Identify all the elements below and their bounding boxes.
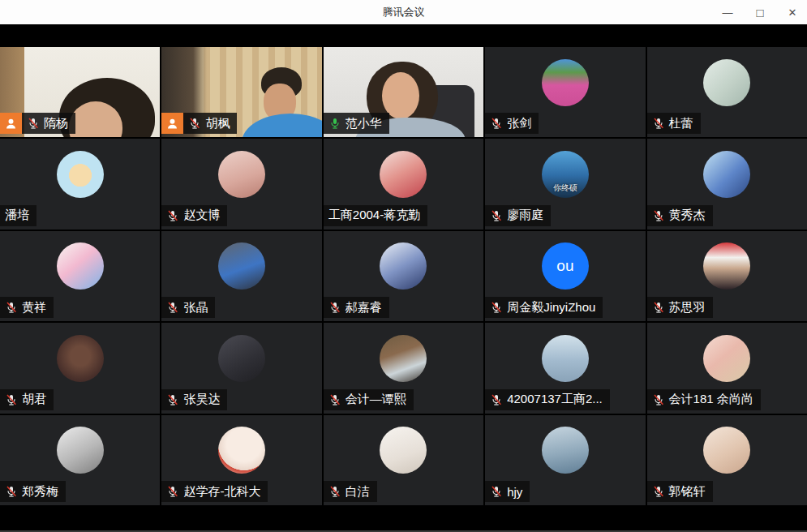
avatar-text: ou	[556, 257, 573, 275]
participant-label-row: 胡君	[0, 389, 54, 410]
mic-muted-icon	[5, 485, 18, 498]
participant-tile[interactable]: 赵文博	[161, 139, 321, 229]
participant-tile[interactable]: 张昊达	[161, 323, 321, 413]
participant-tile[interactable]: 白洁	[324, 415, 483, 505]
mic-muted-icon	[490, 485, 503, 498]
host-badge-icon	[161, 113, 183, 134]
participant-name: 范小华	[346, 116, 382, 131]
participant-tile[interactable]: 你终硕 廖雨庭	[485, 139, 645, 229]
participant-tile[interactable]: 郭铭轩	[647, 415, 807, 505]
avatar-image: ou	[542, 242, 589, 290]
participant-tile[interactable]: 杜蕾	[647, 47, 807, 137]
avatar-text: 你终硕	[542, 182, 589, 194]
participant-label-row: 郑秀梅	[0, 481, 66, 502]
participant-tile[interactable]: 隋杨	[0, 47, 160, 137]
mic-muted-icon	[328, 485, 341, 498]
participant-name: 黄秀杰	[669, 208, 706, 223]
participant-tile[interactable]: 郝嘉睿	[324, 231, 483, 321]
participant-name: 周金毅JinyiZhou	[507, 300, 595, 315]
participant-tile[interactable]: 黄秀杰	[647, 139, 807, 229]
participant-name: 会计181 余尚尚	[669, 392, 753, 407]
avatar-image	[380, 427, 427, 474]
participant-name: 42007137工商2...	[507, 392, 603, 407]
maximize-button[interactable]: □	[753, 6, 766, 19]
name-label: 会计—谭熙	[324, 389, 414, 410]
participant-label-row: 会计181 余尚尚	[647, 389, 761, 410]
participant-label-row: 黄秀杰	[647, 205, 713, 226]
participant-tile[interactable]: ou 周金毅JinyiZhou	[485, 231, 645, 321]
name-label: 郑秀梅	[0, 481, 66, 502]
participant-tile[interactable]: hjy	[485, 415, 645, 505]
participant-tile[interactable]: 42007137工商2...	[485, 323, 645, 413]
participant-tile[interactable]: 工商2004-蒋克勤	[324, 139, 483, 229]
participant-label-row: 张晶	[161, 297, 215, 318]
participant-label-row: 周金毅JinyiZhou	[485, 297, 603, 318]
avatar-image	[380, 242, 427, 290]
participant-name: 潘培	[5, 208, 29, 223]
name-label: hjy	[485, 481, 530, 502]
participant-tile[interactable]: 郑秀梅	[0, 415, 160, 505]
mic-muted-icon	[652, 393, 665, 406]
name-label: 黄祥	[0, 297, 54, 318]
participant-label-row: 郝嘉睿	[324, 297, 389, 318]
participant-tile[interactable]: 张晶	[161, 231, 321, 321]
participant-name: 胡君	[22, 392, 46, 407]
participant-tile[interactable]: 苏思羽	[647, 231, 807, 321]
participant-tile[interactable]: 赵学存-北科大	[161, 415, 321, 505]
mic-muted-icon	[188, 117, 201, 130]
name-label: 赵文博	[161, 205, 227, 226]
participant-label-row: 郭铭轩	[647, 481, 713, 502]
participant-tile[interactable]: 潘培	[0, 139, 160, 229]
participant-name: 郝嘉睿	[346, 300, 382, 315]
mic-muted-icon	[166, 209, 179, 222]
participant-tile[interactable]: 范小华	[324, 47, 483, 137]
participant-name: 郑秀梅	[22, 484, 58, 500]
minimize-button[interactable]: —	[721, 7, 734, 18]
mic-muted-icon	[490, 301, 503, 314]
participant-name: 黄祥	[22, 300, 46, 315]
participant-name: 郭铭轩	[669, 484, 706, 500]
avatar-image	[57, 427, 104, 474]
participant-label-row: 张剑	[485, 113, 539, 134]
name-label: 会计181 余尚尚	[647, 389, 761, 410]
participant-tile[interactable]: 胡枫	[161, 47, 321, 137]
participant-name: 赵文博	[183, 208, 220, 223]
participant-name: 赵学存-北科大	[183, 484, 260, 500]
participant-tile[interactable]: 会计—谭熙	[324, 323, 483, 413]
avatar-image	[542, 59, 589, 106]
participant-label-row: 会计—谭熙	[324, 389, 414, 410]
participant-label-row: 黄祥	[0, 297, 54, 318]
participant-name: 苏思羽	[669, 300, 706, 315]
name-label: 苏思羽	[647, 297, 713, 318]
participant-name: 张昊达	[183, 392, 220, 407]
mic-muted-icon	[328, 393, 341, 406]
participant-label-row: 隋杨	[0, 113, 75, 134]
participant-label-row: 苏思羽	[647, 297, 713, 318]
avatar-image	[542, 427, 589, 474]
name-label: 黄秀杰	[647, 205, 713, 226]
participant-tile[interactable]: 黄祥	[0, 231, 160, 321]
participant-label-row: 白洁	[324, 481, 377, 502]
participant-label-row: 廖雨庭	[485, 205, 551, 226]
mic-muted-icon	[490, 393, 503, 406]
avatar-image	[703, 427, 750, 474]
participant-tile[interactable]: 张剑	[485, 47, 645, 137]
mic-muted-icon	[652, 209, 665, 222]
participant-label-row: 胡枫	[161, 113, 237, 134]
mic-muted-icon	[5, 301, 18, 314]
participant-label-row: 张昊达	[161, 389, 227, 410]
avatar-image	[57, 151, 104, 198]
mic-muted-icon	[652, 301, 665, 314]
close-button[interactable]: ✕	[786, 7, 799, 18]
avatar-image	[218, 335, 265, 382]
video-person-body	[242, 114, 322, 137]
avatar-image	[703, 242, 750, 290]
host-badge-icon	[0, 113, 22, 134]
participant-name: 杜蕾	[669, 116, 693, 131]
avatar-image	[380, 151, 427, 198]
mic-muted-icon	[490, 117, 503, 130]
avatar-image	[218, 427, 265, 474]
participant-tile[interactable]: 胡君	[0, 323, 160, 413]
participant-tile[interactable]: 会计181 余尚尚	[647, 323, 807, 413]
top-black-strip	[0, 24, 807, 47]
